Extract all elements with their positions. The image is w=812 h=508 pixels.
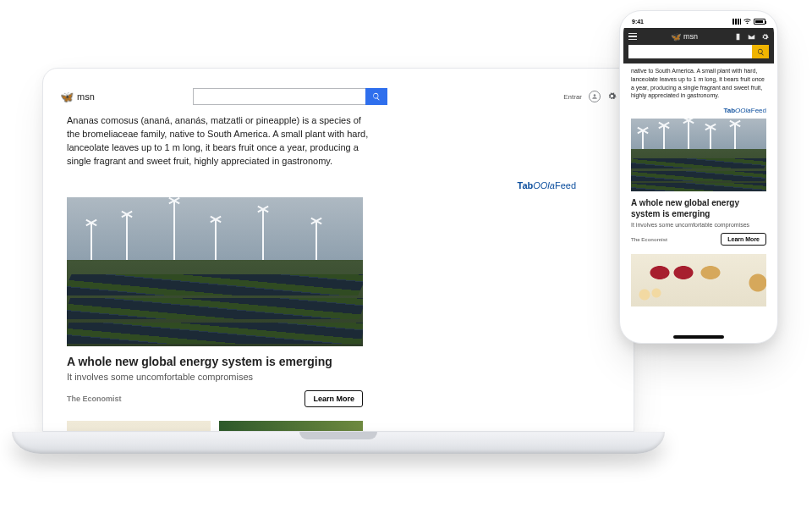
feed-card-subtitle: It involves some uncomfortable compromis… <box>631 222 766 228</box>
feed-card-brand: The Economist <box>631 237 667 242</box>
search-input[interactable] <box>193 88 365 105</box>
signal-icon <box>732 19 741 25</box>
laptop-screen: 🦋 msn Entrar Ananas comosus (ananá, <box>42 68 634 432</box>
settings-icon[interactable] <box>761 29 769 44</box>
taboola-feed-label[interactable]: TabOOlaFeed <box>631 107 766 114</box>
feed-card-footer: The Economist Learn More <box>631 233 766 246</box>
feed-card-image <box>67 197 363 346</box>
msn-logo[interactable]: 🦋 msn <box>60 91 95 103</box>
search-button[interactable] <box>752 45 769 58</box>
settings-button[interactable] <box>607 89 617 104</box>
wifi-icon <box>743 18 751 25</box>
phone-screen: 9:41 🦋 msn <box>623 14 774 340</box>
phone-search <box>623 45 774 64</box>
article-paragraph: native to South America. A small plant w… <box>631 67 766 100</box>
learn-more-button[interactable]: Learn More <box>721 233 766 246</box>
sign-in-link[interactable]: Entrar <box>563 93 582 101</box>
phone-notch <box>665 11 732 23</box>
msn-logo-text: msn <box>683 32 698 41</box>
battery-icon <box>754 19 765 25</box>
feed-card-title: A whole new global energy system is emer… <box>631 198 766 219</box>
phone-body: native to South America. A small plant w… <box>623 64 774 334</box>
desktop-body: Ananas comosus (ananá, ananás, matzatli … <box>58 109 618 431</box>
desktop-search <box>193 88 387 105</box>
feed-card[interactable]: A whole new global energy system is emer… <box>67 197 363 407</box>
search-button[interactable] <box>365 88 387 105</box>
feed-card-footer: The Economist Learn More <box>67 390 363 407</box>
feed-thumb[interactable] <box>631 254 766 306</box>
msn-logo[interactable]: 🦋 msn <box>671 32 698 41</box>
feed-thumb[interactable] <box>219 421 363 431</box>
header-right: Entrar <box>563 89 617 104</box>
laptop-mockup: 🦋 msn Entrar Ananas comosus (ananá, <box>42 68 634 466</box>
msn-logo-text: msn <box>77 91 95 102</box>
mail-icon[interactable] <box>748 29 755 44</box>
feed-card-title: A whole new global energy system is emer… <box>67 355 363 368</box>
phone-header: 🦋 msn <box>623 28 774 45</box>
notifications-icon[interactable] <box>734 29 742 44</box>
article-paragraph: Ananas comosus (ananá, ananás, matzatli … <box>67 114 371 168</box>
avatar-icon[interactable] <box>589 91 601 102</box>
hamburger-menu-icon[interactable] <box>628 33 637 41</box>
feed-card[interactable]: A whole new global energy system is emer… <box>631 119 766 246</box>
desktop-header: 🦋 msn Entrar <box>58 84 618 109</box>
learn-more-button[interactable]: Learn More <box>304 390 363 407</box>
msn-logo-mark: 🦋 <box>671 32 681 41</box>
phone-mockup: 9:41 🦋 msn <box>619 10 778 344</box>
laptop-base <box>12 432 665 454</box>
status-time: 9:41 <box>632 19 644 25</box>
search-input[interactable] <box>628 45 752 58</box>
feed-card-image <box>631 119 766 191</box>
taboola-feed-label[interactable]: TabOOlaFeed <box>67 180 576 190</box>
msn-logo-mark: 🦋 <box>60 91 74 103</box>
feed-card-brand: The Economist <box>67 395 122 403</box>
search-icon <box>372 92 381 101</box>
feed-thumb[interactable] <box>67 421 211 431</box>
thumb-row <box>67 421 576 431</box>
search-icon <box>757 48 765 56</box>
feed-card-subtitle: It involves some uncomfortable compromis… <box>67 372 363 382</box>
